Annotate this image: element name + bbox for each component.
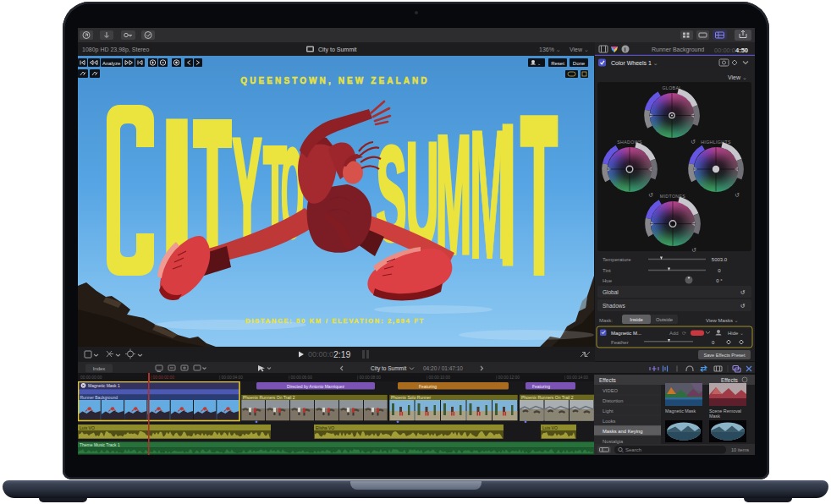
svg-text:136% ⌄: 136% ⌄: [539, 47, 561, 52]
svg-text:Global: Global: [603, 289, 619, 295]
svg-text:Runner Background: Runner Background: [652, 47, 704, 53]
svg-text:Magnetic Mask 1: Magnetic Mask 1: [88, 383, 120, 388]
svg-text:Luis VO: Luis VO: [80, 425, 95, 430]
svg-text:Effects: Effects: [721, 377, 739, 383]
svg-text:| 00:00:04:00: | 00:00:04:00: [219, 375, 243, 380]
svg-text:Effects: Effects: [599, 377, 617, 383]
svg-text:Elisha VO: Elisha VO: [316, 425, 334, 430]
svg-text:Luis VO: Luis VO: [542, 425, 558, 430]
svg-text:Color Wheels 1 ⌄: Color Wheels 1 ⌄: [611, 60, 658, 66]
svg-text:0 °: 0 °: [716, 278, 723, 283]
svg-text:Mask: Mask: [709, 414, 720, 419]
svg-text:Reset: Reset: [551, 61, 564, 66]
svg-text:HIGHLIGHTS: HIGHLIGHTS: [701, 140, 731, 145]
svg-text:Magnetic Mask: Magnetic Mask: [665, 408, 696, 414]
svg-text:i: i: [625, 46, 626, 53]
svg-text:00:00:0: 00:00:0: [714, 47, 735, 54]
svg-text:10 items: 10 items: [731, 447, 749, 452]
svg-text:| 00:00:06:00: | 00:00:06:00: [289, 375, 312, 380]
svg-text:Directed by Antonio Manriquez: Directed by Antonio Manriquez: [287, 384, 345, 389]
svg-text:Outside: Outside: [656, 317, 673, 322]
svg-text:| 00:00:02:00: | 00:00:02:00: [151, 375, 174, 380]
svg-text:⌄: ⌄: [537, 61, 541, 66]
svg-text:Phoenix Runners On Trail 2: Phoenix Runners On Trail 2: [521, 395, 574, 400]
svg-text:↺: ↺: [691, 139, 696, 145]
svg-text:Analyze: Analyze: [102, 61, 121, 66]
svg-text:04:20 / 01:47:10: 04:20 / 01:47:10: [423, 365, 463, 371]
svg-text:⟳: ⟳: [682, 331, 686, 336]
svg-text:Inside: Inside: [630, 317, 642, 322]
svg-text:0: 0: [712, 340, 715, 345]
svg-text:Nostalgia: Nostalgia: [603, 439, 624, 444]
svg-text:5003.0: 5003.0: [712, 257, 728, 262]
svg-text:Feather: Feather: [611, 340, 629, 345]
svg-text:| 00:00:14:00: | 00:00:14:00: [564, 375, 588, 380]
svg-text:| 00:00:12:00: | 00:00:12:00: [496, 375, 520, 380]
svg-text:Featuring: Featuring: [419, 384, 437, 389]
svg-text:Masks and Keying: Masks and Keying: [603, 429, 642, 434]
svg-text:Hide ⌄: Hide ⌄: [728, 331, 744, 336]
svg-text:Theme Music Track 1: Theme Music Track 1: [80, 442, 120, 447]
svg-text:Shadows: Shadows: [603, 303, 625, 309]
svg-text:↺: ↺: [691, 247, 696, 253]
svg-text:Distortion: Distortion: [603, 398, 623, 403]
svg-text:0: 0: [718, 268, 721, 273]
svg-text:DISTANCE: 50 KM / ELEVATION: 2: DISTANCE: 50 KM / ELEVATION: 2,894 FT: [245, 317, 425, 325]
svg-text:Tint: Tint: [603, 268, 611, 273]
svg-text:Featuring: Featuring: [532, 384, 550, 389]
svg-text:MIDTONES: MIDTONES: [660, 194, 686, 199]
svg-text:QUEENSTOWN, NEW ZEALAND: QUEENSTOWN, NEW ZEALAND: [240, 76, 429, 85]
svg-text:View ⌄: View ⌄: [570, 47, 589, 52]
svg-text:Magnetic M...: Magnetic M...: [611, 331, 641, 336]
svg-text:Looks: Looks: [603, 419, 616, 424]
svg-text:| 00:00:10:00: | 00:00:10:00: [427, 375, 450, 380]
svg-text:VIDEO: VIDEO: [603, 388, 619, 393]
svg-text:↺: ↺: [648, 192, 653, 198]
svg-text:Search: Search: [625, 447, 641, 452]
svg-text:Index: Index: [93, 366, 106, 371]
svg-text:Mask:: Mask:: [599, 318, 613, 323]
svg-text:Phoenix Runners On Trail 2: Phoenix Runners On Trail 2: [243, 395, 295, 400]
svg-text:Scene Removal: Scene Removal: [709, 408, 741, 414]
svg-text:Done: Done: [573, 61, 586, 66]
svg-text:Hue: Hue: [603, 278, 613, 283]
svg-text:View ⌄: View ⌄: [728, 74, 747, 80]
svg-text:Temperature: Temperature: [603, 257, 631, 262]
svg-text:View Masks ⌄: View Masks ⌄: [706, 318, 739, 323]
svg-text:Save Effects Preset: Save Effects Preset: [703, 353, 745, 358]
svg-text:1080p HD 23,98p, Stereo: 1080p HD 23,98p, Stereo: [82, 47, 149, 53]
svg-text:T: T: [520, 70, 558, 320]
svg-text:I: I: [499, 84, 516, 305]
svg-text:↺: ↺: [740, 303, 746, 309]
svg-text:| 00:00:08:00: | 00:00:08:00: [357, 375, 381, 380]
svg-text:Phoenix Solo Runner: Phoenix Solo Runner: [391, 395, 432, 400]
svg-text:↺: ↺: [740, 289, 746, 295]
svg-text:00:00:0: 00:00:0: [308, 350, 333, 359]
svg-text:Light: Light: [603, 408, 614, 414]
svg-text:City to Summit: City to Summit: [318, 47, 357, 53]
svg-text:Add: Add: [669, 331, 679, 336]
svg-text:Runner Background: Runner Background: [80, 395, 118, 400]
svg-text:2:19: 2:19: [333, 349, 351, 359]
svg-text:↺: ↺: [735, 192, 740, 198]
svg-text:4:50: 4:50: [735, 47, 748, 54]
svg-text:City to Summit: City to Summit: [371, 365, 406, 372]
svg-text:00:00:00:00: 00:00:00:00: [80, 375, 102, 380]
